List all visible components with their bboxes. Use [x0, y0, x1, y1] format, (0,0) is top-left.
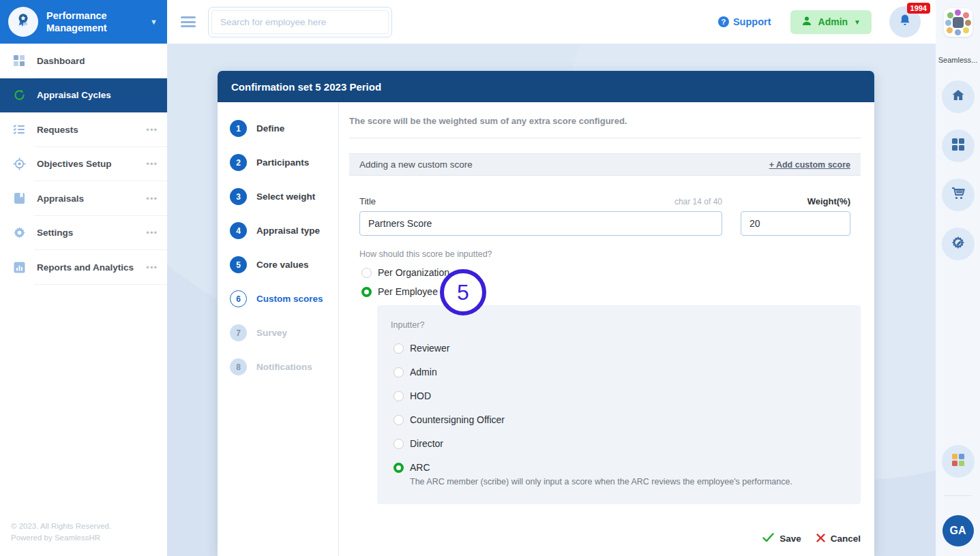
radio-director[interactable]: Director	[394, 438, 847, 449]
save-button[interactable]: Save	[762, 533, 801, 544]
step-number: 5	[230, 256, 247, 273]
step-survey[interactable]: 7 Survey	[230, 324, 338, 341]
add-custom-score-link[interactable]: + Add custom score	[769, 160, 850, 170]
step-core-values[interactable]: 5 Core values	[230, 256, 338, 273]
question-icon: ?	[718, 16, 729, 27]
ellipsis-icon[interactable]: •••	[146, 125, 158, 135]
radio-per-organization[interactable]: Per Organization	[361, 267, 861, 278]
hamburger-menu-icon[interactable]	[181, 14, 196, 30]
step-number: 8	[230, 358, 247, 375]
home-icon	[950, 87, 966, 106]
sidebar-item-settings[interactable]: Settings •••	[0, 216, 167, 251]
x-icon	[816, 534, 825, 544]
app-dot	[955, 10, 961, 16]
radio-icon	[394, 343, 404, 354]
app-dot	[965, 20, 971, 26]
inputter-section: Inputter? Reviewer Admin HOD	[377, 305, 861, 504]
inputter-question: Inputter?	[391, 320, 847, 330]
step-number: 3	[230, 188, 247, 205]
step-notifications[interactable]: 8 Notifications	[230, 358, 338, 375]
step-label: Notifications	[256, 362, 312, 372]
copyright-line: © 2023. All Rights Reserved.	[11, 521, 111, 532]
sidebar: Performance Management ▼ Dashboard Appra…	[0, 0, 167, 556]
radio-hod[interactable]: HOD	[394, 390, 847, 401]
custom-scores-panel: The score will be the weighted sum of an…	[339, 102, 874, 556]
step-number: 1	[230, 120, 247, 137]
notification-count-badge: 1994	[907, 3, 930, 14]
colored-grid-icon	[951, 452, 966, 470]
admin-menu-button[interactable]: Admin ▼	[790, 10, 872, 34]
seamless-app-tile[interactable]	[944, 8, 972, 37]
gear-wrench-icon	[949, 234, 967, 254]
custom-score-header: Adding a new custom score + Add custom s…	[349, 153, 861, 176]
cart-icon	[950, 185, 966, 204]
radio-admin[interactable]: Admin	[394, 367, 847, 377]
how-question: How should this score be inputted?	[359, 249, 861, 259]
title-input[interactable]	[359, 211, 722, 236]
admin-label: Admin	[818, 16, 848, 27]
step-number: 4	[230, 222, 247, 239]
sidebar-item-appraisal-cycles[interactable]: Appraisal Cycles	[0, 78, 167, 113]
step-label: Select weight	[256, 191, 315, 202]
refresh-cycle-icon	[11, 89, 27, 102]
chevron-down-icon[interactable]: ▼	[150, 18, 158, 26]
radio-label: Countersigning Officer	[410, 414, 505, 425]
support-label: Support	[733, 16, 771, 27]
radio-label: Per Employee	[378, 286, 438, 297]
radio-per-employee[interactable]: Per Employee	[361, 286, 861, 297]
step-label: Define	[256, 123, 284, 134]
employee-search	[208, 7, 392, 37]
user-avatar[interactable]: GA	[942, 515, 974, 546]
sidebar-item-requests[interactable]: Requests •••	[0, 112, 167, 147]
content-area: Confirmation set 5 2023 Period 1 Define …	[167, 44, 936, 556]
home-button[interactable]	[942, 80, 975, 113]
app-dot	[963, 12, 969, 18]
app-dot	[945, 20, 951, 26]
step-appraisal-type[interactable]: 4 Appraisal type	[230, 222, 338, 239]
app-title: Performance Management	[46, 10, 150, 34]
copyright-footer: © 2023. All Rights Reserved. Powered by …	[11, 521, 111, 544]
radio-reviewer[interactable]: Reviewer	[394, 343, 847, 354]
custom-score-header-title: Adding a new custom score	[359, 159, 473, 170]
radio-countersigning-officer[interactable]: Countersigning Officer	[394, 414, 847, 425]
app-tile-label: Seamless...	[938, 56, 977, 64]
cancel-button[interactable]: Cancel	[816, 534, 861, 544]
radio-label: Admin	[410, 367, 437, 377]
step-define[interactable]: 1 Define	[230, 120, 338, 137]
weight-input[interactable]	[741, 211, 850, 236]
marketplace-button[interactable]	[942, 179, 975, 211]
wizard-steps: 1 Define 2 Participants 3 Select weight …	[218, 102, 339, 556]
step-label: Core values	[256, 260, 309, 270]
step-number: 2	[230, 154, 247, 171]
ellipsis-icon[interactable]: •••	[146, 262, 158, 273]
step-custom-scores[interactable]: 6 Custom scores	[230, 290, 338, 307]
sidebar-item-dashboard[interactable]: Dashboard	[0, 44, 167, 78]
step-number: 7	[230, 324, 247, 341]
caret-down-icon: ▼	[854, 18, 861, 26]
office-apps-button[interactable]	[942, 445, 975, 478]
radio-arc[interactable]: ARC	[394, 462, 847, 473]
ellipsis-icon[interactable]: •••	[146, 159, 158, 169]
topbar: ? Support Admin ▼ 1994	[167, 0, 936, 44]
sidebar-item-label: Appraisals	[37, 194, 146, 204]
step-participants[interactable]: 2 Participants	[230, 154, 338, 171]
radio-label: Per Organization	[378, 267, 449, 278]
radio-label: HOD	[410, 390, 431, 401]
radio-icon	[394, 439, 404, 449]
sidebar-item-reports-analytics[interactable]: Reports and Analytics •••	[0, 250, 167, 285]
ellipsis-icon[interactable]: •••	[146, 228, 158, 238]
notifications-button[interactable]: 1994	[889, 6, 921, 37]
sidebar-item-appraisals[interactable]: Appraisals •••	[0, 181, 167, 216]
sidebar-item-label: Objectives Setup	[37, 159, 146, 169]
support-link[interactable]: ? Support	[718, 16, 771, 27]
app-dot	[947, 12, 953, 18]
step-select-weight[interactable]: 3 Select weight	[230, 188, 338, 205]
search-input[interactable]	[211, 10, 389, 34]
app-logo[interactable]	[8, 7, 38, 37]
sidebar-item-label: Appraisal Cycles	[37, 90, 158, 100]
apps-grid-button[interactable]	[942, 129, 975, 162]
radio-label: Director	[410, 438, 443, 449]
admin-settings-button[interactable]	[942, 228, 975, 260]
sidebar-item-objectives-setup[interactable]: Objectives Setup •••	[0, 147, 167, 182]
ellipsis-icon[interactable]: •••	[146, 194, 158, 204]
